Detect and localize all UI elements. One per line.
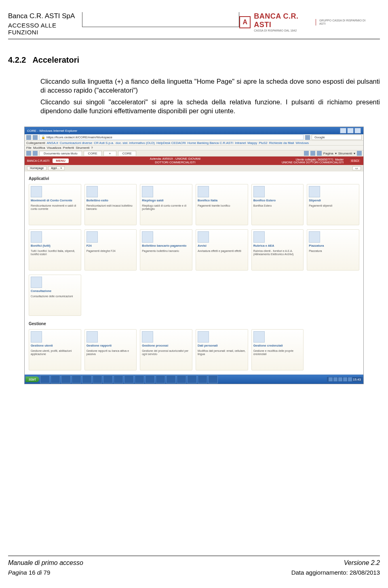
app-desc: Pagamento bollettino bancario xyxy=(142,250,190,253)
fav-link[interactable]: Home Banking Banca C.R.ASTI xyxy=(188,141,233,145)
menu-item[interactable]: Modifica xyxy=(33,146,45,150)
taskbar-item[interactable] xyxy=(156,375,165,383)
app-card[interactable]: F24Pagamenti deleghe F24 xyxy=(84,229,137,271)
taskbar-item[interactable] xyxy=(124,375,134,383)
app-card[interactable]: Bonifico ItaliaPagamenti tramite bonific… xyxy=(196,184,248,225)
menu-item[interactable]: Strumenti xyxy=(76,146,89,150)
app-card[interactable]: Dati personaliModifica dati personali: e… xyxy=(196,329,248,370)
tab-applicativi[interactable]: Appl… × xyxy=(48,166,65,170)
browser-tab[interactable]: CORE xyxy=(118,151,136,156)
app-icon xyxy=(142,331,153,343)
app-card[interactable]: StipendiPagamenti stipendi xyxy=(307,184,359,225)
fav-link[interactable]: ANSA.it xyxy=(47,141,58,145)
footer-page: Pagina 16 di 79 xyxy=(8,569,50,576)
app-card[interactable]: Bollettino esitoRendicontazioni esiti in… xyxy=(84,184,137,225)
app-card[interactable]: Gestione utentiGestione utenti, profili,… xyxy=(29,329,81,370)
taskbar-item[interactable] xyxy=(103,375,113,383)
refresh-icon[interactable] xyxy=(305,135,310,140)
browser-tab[interactable]: Documento senza titolo xyxy=(39,151,82,156)
section-title: 4.2.2 Acceleratori xyxy=(8,55,380,65)
browser-tab[interactable]: CORE xyxy=(84,151,102,156)
app-icon xyxy=(198,231,209,243)
menu-item[interactable]: ? xyxy=(91,146,93,150)
fav-link[interactable]: Intranet xyxy=(235,141,246,145)
app-card[interactable]: Gestione rapportiGestione rapporti su ba… xyxy=(84,329,137,370)
tray-icon xyxy=(329,377,333,381)
app-title: Riepilogo saldi xyxy=(142,199,190,203)
close-tab-icon[interactable]: × xyxy=(103,151,116,156)
taskbar-item[interactable] xyxy=(166,375,176,383)
app-header-bar: BANCA C.R.ASTI MENU Azienda: A95919 - UN… xyxy=(25,157,363,165)
taskbar-item[interactable] xyxy=(51,375,60,383)
app-icon xyxy=(142,231,153,243)
forward-icon[interactable] xyxy=(33,135,38,140)
fav-link[interactable]: HelpDesk CEDACRI xyxy=(156,141,186,145)
back-icon[interactable] xyxy=(26,135,31,140)
taskbar-item[interactable] xyxy=(187,375,197,383)
taskbar-item[interactable] xyxy=(198,375,207,383)
menu-item[interactable]: Visualizza xyxy=(47,146,61,150)
app-card[interactable]: ConsultazioneConsultazione delle comunic… xyxy=(29,275,81,316)
app-desc: Consultazione delle comunicazioni xyxy=(31,295,79,298)
system-tray[interactable]: 15.43 xyxy=(327,377,363,382)
apps-grid-2: Bonifici (tutti)Tutti i bonifici: bonifi… xyxy=(29,229,359,271)
add-icon[interactable] xyxy=(33,151,38,156)
fav-link[interactable]: Mappy xyxy=(247,141,257,145)
taskbar-item[interactable] xyxy=(61,375,71,383)
app-card[interactable]: Movimenti di Conto CorrenteRendicontazio… xyxy=(29,184,81,225)
taskbar-item[interactable] xyxy=(145,375,155,383)
taskbar-item[interactable] xyxy=(72,375,81,383)
print-icon[interactable] xyxy=(317,151,322,156)
toolbar-tools[interactable]: Strumenti xyxy=(338,152,352,155)
fav-link[interactable]: Windows xyxy=(296,141,309,145)
url-field[interactable]: 🔒https://fcore.cedacri.it/CORE/main/Work… xyxy=(39,135,304,140)
taskbar-item[interactable] xyxy=(135,375,144,383)
company-info: Azienda: A95919 - UNIONE GIOVANI DOTTORI… xyxy=(72,157,278,164)
app-card[interactable]: Rubrica e AEARubrica clienti - fornitori… xyxy=(251,229,304,271)
logout-button[interactable]: ESCI xyxy=(349,159,361,163)
window-buttons[interactable] xyxy=(340,128,361,133)
embedded-screenshot: CORE - Windows Internet Explorer 🔒https:… xyxy=(24,127,364,384)
fav-link[interactable]: CR Asti S.p.a. xyxy=(94,141,114,145)
start-button[interactable]: start xyxy=(25,376,39,382)
app-card[interactable]: PiazzaturaPiazzatura xyxy=(307,229,359,271)
app-card[interactable]: Riepilogo saldiRiepilogo saldi di conto … xyxy=(140,184,192,225)
help-icon[interactable] xyxy=(357,151,362,156)
tab-homepage[interactable]: Homepage xyxy=(27,166,46,170)
tray-icon xyxy=(333,377,337,381)
taskbar-item[interactable] xyxy=(208,375,218,383)
section-applicativi: Applicativi xyxy=(29,176,359,181)
app-card[interactable]: Gestione processiGestione dei processi a… xyxy=(140,329,192,370)
fav-link[interactable]: PluS2 xyxy=(259,141,267,145)
paragraph-2: Cliccando sui singoli "acceleratori" si … xyxy=(40,97,380,116)
header-left: Banca C.R. ASTI SpA ACCESSO ALLE FUNZION… xyxy=(8,12,82,36)
fav-link[interactable]: Richieste da filiali xyxy=(269,141,294,145)
taskbar-item[interactable] xyxy=(114,375,123,383)
app-card[interactable]: AvvisiAvvisatura effetti e pagamenti eff… xyxy=(196,229,248,271)
app-desc: Pagamenti tramite bonifico xyxy=(198,204,246,207)
taskbar-item[interactable] xyxy=(40,375,50,383)
fav-icon[interactable] xyxy=(26,151,31,156)
feed-icon[interactable] xyxy=(310,151,315,156)
search-field[interactable]: Google xyxy=(312,135,362,140)
fav-link[interactable]: doc. sist. informativo (OLD) xyxy=(116,141,155,145)
taskbar-item[interactable] xyxy=(82,375,92,383)
taskbar-item[interactable] xyxy=(177,375,186,383)
home-icon[interactable] xyxy=(304,151,309,156)
fav-link[interactable]: Comunicazioni diverse xyxy=(60,141,92,145)
taskbar-item[interactable] xyxy=(93,375,102,383)
app-card[interactable]: Bonifici (tutti)Tutti i bonifici: bonifi… xyxy=(29,229,81,271)
app-icon xyxy=(31,331,42,343)
menu-button[interactable]: MENU xyxy=(53,159,69,163)
app-card[interactable]: Bollettino bancario pagamentoPagamento b… xyxy=(140,229,192,271)
app-desc: Modifica dati personali: email, cellular… xyxy=(198,349,246,356)
bank-brand: BANCA C.R.ASTI xyxy=(27,159,49,162)
app-desc: Gestione rapporti su banca attiva e pass… xyxy=(86,349,135,356)
close-tab-icon[interactable]: × xyxy=(60,167,62,169)
menu-item[interactable]: File xyxy=(26,146,32,150)
app-card[interactable]: Gestione credenzialiGestione e modifica … xyxy=(251,329,304,370)
extra-tab-icon[interactable]: ▭ xyxy=(352,166,361,170)
menu-item[interactable]: Preferiti xyxy=(63,146,74,150)
toolbar-page[interactable]: Pagina xyxy=(323,152,333,155)
app-card[interactable]: Bonifico EsteroBonifica Estero xyxy=(251,184,304,225)
